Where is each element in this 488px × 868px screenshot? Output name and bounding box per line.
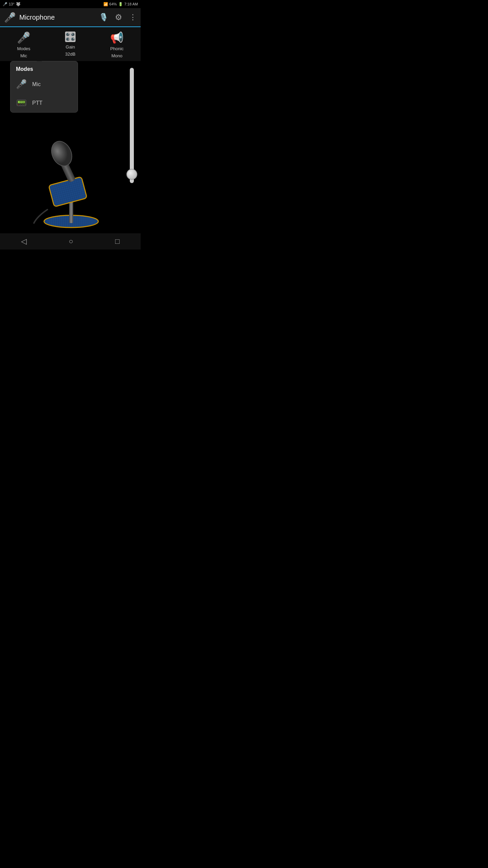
- modes-label: Modes: [17, 46, 30, 51]
- slider-track[interactable]: [130, 68, 134, 183]
- dropdown-mic-icon: 🎤: [16, 79, 27, 90]
- modes-value: Mic: [20, 53, 27, 58]
- dropdown-title: Modes: [11, 61, 78, 75]
- dropdown-item-mic[interactable]: 🎤 Mic: [11, 75, 78, 94]
- app-mic-icon: 🎤: [4, 12, 16, 23]
- svg-point-4: [48, 138, 76, 170]
- time: 7:18 AM: [124, 2, 138, 6]
- back-button[interactable]: ◁: [16, 234, 32, 249]
- app-bar: 🎤 Microphone 🎙️ ⚙ ⋮: [0, 8, 141, 27]
- dropdown-ptt-icon: 📟: [16, 98, 27, 108]
- modes-dropdown: Modes 🎤 Mic 📟 PTT: [10, 61, 78, 113]
- mic-action-icon[interactable]: 🎙️: [99, 13, 108, 22]
- phonic-label: Phonic: [110, 46, 124, 51]
- main-content: Modes 🎤 Mic 📟 PTT: [0, 61, 141, 240]
- dropdown-mic-label: Mic: [32, 81, 41, 87]
- slider-thumb[interactable]: [126, 169, 137, 180]
- gain-label: Gain: [66, 44, 75, 50]
- home-button[interactable]: ○: [63, 234, 79, 249]
- controls-row: 🎤 Modes Mic 🎛️ Gain 32dB 📢 Phonic Mono: [0, 27, 141, 61]
- modes-control[interactable]: 🎤 Modes Mic: [17, 31, 30, 58]
- more-options-icon[interactable]: ⋮: [129, 13, 137, 22]
- settings-icon[interactable]: ⚙: [115, 13, 122, 22]
- status-right: 📶 64% 🔋 7:18 AM: [103, 2, 138, 6]
- dropdown-ptt-label: PTT: [32, 100, 42, 106]
- battery-level: 64%: [109, 2, 117, 6]
- app-title: Microphone: [19, 14, 96, 21]
- dropdown-item-ptt[interactable]: 📟 PTT: [11, 94, 78, 112]
- temperature: 13°: [9, 2, 15, 6]
- gain-icon: 🎛️: [64, 31, 76, 42]
- phonic-control[interactable]: 📢 Phonic Mono: [110, 31, 124, 58]
- bottom-nav: ◁ ○ □: [0, 233, 141, 250]
- mic-status-icon: 🎤: [3, 2, 7, 6]
- status-bar: 🎤 13° 🐺 📶 64% 🔋 7:18 AM: [0, 0, 141, 8]
- phonic-value: Mono: [111, 53, 123, 58]
- modes-icon: 🎤: [17, 31, 30, 44]
- volume-slider[interactable]: [130, 68, 134, 197]
- signal-icon: 📶: [103, 2, 108, 6]
- recent-button[interactable]: □: [110, 234, 125, 249]
- gain-value: 32dB: [65, 52, 75, 57]
- battery-icon: 🔋: [118, 2, 123, 6]
- gain-control[interactable]: 🎛️ Gain 32dB: [64, 31, 76, 58]
- microphone-illustration: [27, 121, 115, 230]
- app-bar-actions: 🎙️ ⚙ ⋮: [99, 13, 137, 22]
- svg-rect-2: [48, 177, 87, 207]
- wolf-icon: 🐺: [16, 2, 21, 6]
- status-left: 🎤 13° 🐺: [3, 2, 21, 6]
- phonic-icon: 📢: [110, 31, 124, 44]
